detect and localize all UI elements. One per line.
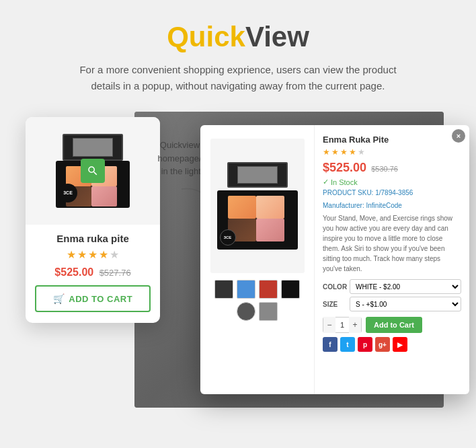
product-price: $525.00 $527.76: [35, 266, 151, 278]
size-select[interactable]: S - +$1.00: [350, 297, 461, 311]
add-to-cart-button[interactable]: 🛒 ADD TO CART: [35, 285, 151, 312]
main-area: 3CE Enma ruka pite ★ ★ ★ ★ ★ $525.00 $52…: [0, 105, 476, 448]
product-card-body: Enma ruka pite ★ ★ ★ ★ ★ $525.00 $527.76: [26, 225, 160, 278]
popup-cosmetic-base: 3CE: [217, 190, 298, 250]
cosmetic-lid: [63, 134, 123, 161]
sku-value: 1/7894-3856: [375, 189, 413, 196]
popup-cosmetic-lid: [227, 162, 288, 188]
popup-manufacturer: Manufacturer: InfiniteCode: [323, 200, 461, 211]
price-old: $527.76: [100, 268, 131, 278]
popup-thumb-3[interactable]: [259, 280, 278, 299]
product-name: Enma ruka pite: [35, 233, 151, 244]
popup-add-to-cart-button[interactable]: Add to Cart: [366, 317, 422, 333]
popup-image-section: 3CE: [200, 125, 315, 394]
popup-details-section: Enma Ruka Pite ★ ★ ★ ★ ★ $525.00 $530.76…: [315, 125, 469, 394]
social-share-buttons: f t p g+ ▶: [323, 337, 461, 352]
page-header: QuickView For a more convenient shopping…: [56, 0, 420, 105]
popup-brand-badge: 3CE: [220, 229, 236, 246]
star-2: ★: [77, 248, 87, 261]
star-3: ★: [88, 248, 97, 261]
qty-minus-button[interactable]: −: [323, 317, 335, 333]
color-label: COLOR: [323, 283, 346, 291]
popup-price-row: $525.00 $530.76: [323, 161, 461, 175]
popup-description: Your Stand, Move, and Exercise rings sho…: [323, 213, 461, 274]
popup-sku: PRODUCT SKU: 1/7894-3856: [323, 188, 461, 198]
qty-value: 1: [335, 321, 349, 329]
popup-star-5: ★: [358, 147, 365, 157]
manufacturer-value: InfiniteCode: [366, 202, 401, 209]
price-current: $525.00: [54, 266, 93, 278]
star-4: ★: [99, 248, 108, 261]
header-subtitle: For a more convenient shopping exprience…: [70, 62, 406, 94]
cart-icon: 🛒: [53, 293, 65, 304]
star-rating: ★ ★ ★ ★ ★: [35, 248, 151, 261]
popup-price-old: $530.76: [371, 165, 398, 173]
popup-thumbnails: [207, 280, 307, 321]
popup-size-option: SIZE S - +$1.00: [323, 297, 461, 311]
stock-label: In Stock: [331, 178, 358, 186]
product-image-area: 3CE: [26, 117, 160, 225]
popup-star-3: ★: [340, 147, 348, 157]
title-view: View: [245, 21, 309, 52]
brand-badge: 3CE: [58, 184, 77, 202]
popup-color-option: COLOR WHITE - $2.00: [323, 279, 461, 294]
cosmetic-mirror: [73, 138, 113, 157]
popup-price-current: $525.00: [323, 161, 366, 174]
popup-palette-2: [256, 196, 284, 219]
pinterest-share-button[interactable]: p: [358, 337, 372, 352]
popup-thumb-2[interactable]: [237, 280, 255, 299]
checkmark-icon: ✓: [323, 178, 329, 186]
popup-star-rating: ★ ★ ★ ★ ★: [323, 147, 461, 157]
popup-star-2: ★: [331, 147, 339, 157]
manufacturer-label: Manufacturer:: [323, 202, 364, 209]
qty-plus-button[interactable]: +: [349, 317, 361, 333]
page-title: QuickView: [70, 22, 406, 52]
quickview-button[interactable]: [81, 159, 105, 183]
popup-thumb-1[interactable]: [214, 280, 233, 299]
facebook-share-button[interactable]: f: [323, 337, 338, 352]
popup-palette: [228, 196, 287, 241]
star-5: ★: [110, 248, 119, 261]
star-1: ★: [67, 248, 76, 261]
size-label: SIZE: [323, 301, 346, 308]
quickview-popup: × 3CE: [200, 125, 469, 394]
popup-thumb-5[interactable]: [237, 302, 255, 321]
popup-star-1: ★: [323, 147, 330, 157]
color-select[interactable]: WHITE - $2.00: [350, 279, 461, 294]
googleplus-share-button[interactable]: g+: [375, 337, 390, 352]
quantity-stepper[interactable]: − 1 +: [323, 317, 362, 333]
popup-main-image: 3CE: [210, 139, 305, 273]
popup-palette-1: [228, 196, 256, 219]
popup-stock: ✓ In Stock: [323, 178, 461, 186]
popup-star-4: ★: [349, 147, 356, 157]
palette-color-4: [91, 186, 117, 207]
popup-thumb-4[interactable]: [281, 280, 300, 299]
add-to-cart-label: ADD TO CART: [69, 294, 132, 304]
twitter-share-button[interactable]: t: [340, 337, 355, 352]
popup-product-image: 3CE: [217, 162, 298, 250]
title-quick: Quick: [167, 21, 245, 52]
popup-palette-4: [256, 219, 284, 241]
sku-label: PRODUCT SKU:: [323, 189, 373, 196]
product-card: 3CE Enma ruka pite ★ ★ ★ ★ ★ $525.00 $52…: [26, 117, 160, 323]
youtube-share-button[interactable]: ▶: [393, 337, 407, 352]
popup-actions: − 1 + Add to Cart: [323, 317, 461, 333]
popup-thumb-6[interactable]: [259, 302, 278, 321]
search-icon: [87, 165, 99, 177]
popup-cosmetic-mirror: [237, 166, 278, 184]
popup-product-name: Enma Ruka Pite: [323, 135, 461, 145]
